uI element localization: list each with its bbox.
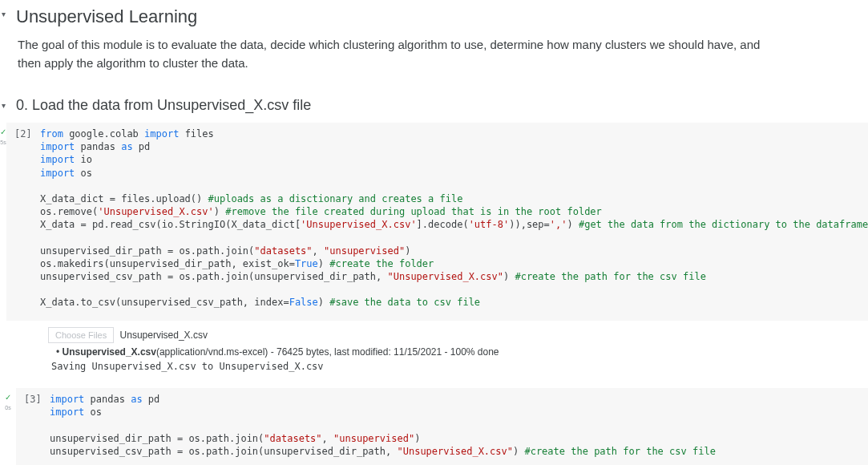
check-icon: ✓ [5, 393, 11, 402]
section-header-unsupervised[interactable]: ▾ Unsupervised Learning [0, 0, 868, 33]
check-icon: ✓ [0, 127, 6, 136]
upload-status-line: • Unsupervised_X.csv(application/vnd.ms-… [56, 345, 868, 359]
exec-time: 5s [0, 139, 6, 148]
code-input-area[interactable]: [2] from google.colab import files impor… [6, 123, 868, 321]
exec-count: [3] [24, 393, 50, 465]
uploaded-file-name: Unsupervised_X.csv [120, 330, 208, 341]
section-title: 0. Load the data from Unsupervised_X.csv… [16, 95, 311, 116]
choose-files-button[interactable]: Choose Files [48, 327, 114, 344]
code-content[interactable]: from google.colab import files import pa… [40, 127, 868, 309]
section-header-load[interactable]: ▾ 0. Load the data from Unsupervised_X.c… [0, 91, 868, 119]
collapse-arrow-icon[interactable]: ▾ [2, 8, 10, 20]
code-cell: ✓ 0s [3] import pandas as pd import os u… [0, 388, 868, 465]
cell-gutter: ✓ 0s [0, 388, 16, 465]
exec-count: [2] [14, 127, 40, 309]
saving-line: Saving Unsupervised_X.csv to Unsupervise… [51, 359, 868, 374]
cell-output: Choose Files Unsupervised_X.csv • Unsupe… [6, 321, 868, 386]
section-title: Unsupervised Learning [16, 3, 197, 30]
code-cell: ✓ 5s [2] from google.colab import files … [0, 123, 868, 385]
code-input-area[interactable]: [3] import pandas as pd import os unsupe… [16, 388, 868, 465]
code-content[interactable]: import pandas as pd import os unsupervis… [50, 393, 860, 465]
exec-time: 0s [0, 404, 16, 413]
section-body-unsupervised: The goal of this module is to evaluate t… [0, 33, 769, 91]
collapse-arrow-icon[interactable]: ▾ [2, 99, 10, 111]
cell-gutter: ✓ 5s [0, 123, 6, 385]
